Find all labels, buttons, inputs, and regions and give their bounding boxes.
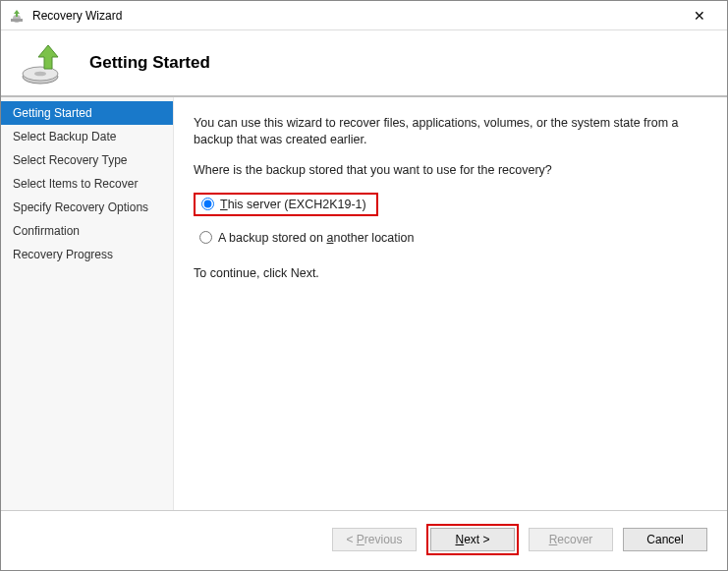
radio-another-location-label: A backup stored on another location: [218, 231, 414, 245]
titlebar: Recovery Wizard ✕: [1, 1, 727, 30]
app-icon: [9, 8, 25, 24]
svg-rect-1: [11, 19, 23, 22]
radio-another-location[interactable]: A backup stored on another location: [194, 228, 700, 248]
sidebar-item-specify-options[interactable]: Specify Recovery Options: [1, 196, 173, 219]
sidebar-item-select-recovery-type[interactable]: Select Recovery Type: [1, 148, 173, 172]
sidebar-item-select-backup-date[interactable]: Select Backup Date: [1, 125, 173, 148]
sidebar-item-select-items[interactable]: Select Items to Recover: [1, 172, 173, 196]
svg-point-4: [34, 72, 46, 77]
wizard-body: Getting Started Select Backup Date Selec…: [1, 97, 727, 510]
radio-this-server[interactable]: This server (EXCH2K19-1): [194, 193, 378, 216]
cancel-button[interactable]: Cancel: [623, 528, 707, 551]
wizard-content: You can use this wizard to recover files…: [174, 97, 727, 510]
radio-this-server-label: This server (EXCH2K19-1): [220, 198, 366, 211]
page-title: Getting Started: [89, 53, 210, 73]
backup-location-group: This server (EXCH2K19-1) A backup stored…: [194, 193, 700, 248]
radio-this-server-input[interactable]: [201, 198, 214, 210]
sidebar-item-getting-started[interactable]: Getting Started: [1, 101, 173, 125]
question-text: Where is the backup stored that you want…: [194, 162, 700, 179]
close-icon[interactable]: ✕: [680, 2, 719, 29]
recover-button: Recover: [529, 528, 613, 551]
intro-text: You can use this wizard to recover files…: [194, 115, 700, 148]
sidebar-item-confirmation[interactable]: Confirmation: [1, 219, 173, 243]
wizard-footer: < Previous Next > Recover Cancel: [1, 510, 727, 567]
wizard-header: Getting Started: [1, 30, 727, 97]
continue-text: To continue, click Next.: [194, 265, 700, 282]
window-title: Recovery Wizard: [32, 9, 680, 23]
next-button[interactable]: Next >: [430, 528, 515, 551]
wizard-steps-sidebar: Getting Started Select Backup Date Selec…: [1, 97, 174, 510]
recovery-icon: [19, 39, 66, 86]
sidebar-item-recovery-progress[interactable]: Recovery Progress: [1, 243, 173, 266]
radio-another-location-input[interactable]: [199, 231, 212, 244]
next-button-highlight: Next >: [426, 524, 519, 555]
previous-button: < Previous: [332, 528, 417, 551]
